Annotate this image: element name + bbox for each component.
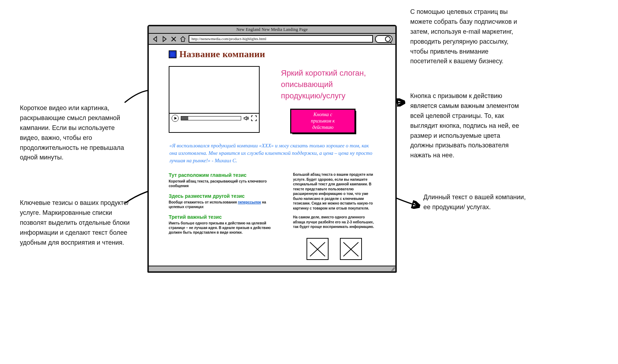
longtext-column: Большой абзац текста о вашем продукте ил…: [293, 172, 375, 260]
slogan: Яркий короткий слоган, описывающий проду…: [281, 67, 370, 102]
thesis-1-body: Короткий абзац текста, раскрывающий суть…: [169, 179, 272, 188]
hyperlinks-link[interactable]: гиперссылок: [238, 200, 261, 204]
company-header: Название компании: [169, 49, 375, 60]
video-progress[interactable]: [181, 116, 241, 120]
long-paragraph-2: На самом деле, вместо одного длинного аб…: [293, 215, 375, 229]
search-icon: [385, 36, 391, 42]
thesis-2-title: Здесь разместим другой тезис: [169, 193, 272, 199]
image-placeholder-icon: [307, 238, 329, 260]
video-player[interactable]: [169, 66, 260, 133]
browser-wireframe: New England New Media Landing Page http:…: [148, 25, 396, 272]
browser-statusbar: ⫽: [149, 266, 395, 271]
image-placeholder-icon: [340, 238, 362, 260]
annotation-theses: Ключевые тезисы о ваших продукте/услуге.…: [20, 198, 130, 248]
back-icon[interactable]: [152, 36, 159, 43]
thesis-1: Тут расположим главный тезис Короткий аб…: [169, 172, 272, 188]
browser-toolbar: http://nenewmedia.com/product-highlights…: [149, 34, 395, 45]
landing-page: Название компании Яркий короткий слоган,…: [149, 45, 395, 266]
annotation-cta: Кнопка с призывом к действию является са…: [410, 91, 520, 161]
browser-title: New England New Media Landing Page: [149, 26, 395, 34]
annotation-longtext: Длинный текст о вашей компании, ее проду…: [423, 192, 533, 212]
thesis-3-title: Третий важный тезис: [169, 214, 272, 220]
play-icon[interactable]: [172, 115, 179, 122]
thesis-2-body: Вообще откажитесь от использования гипер…: [169, 200, 272, 209]
volume-icon[interactable]: [243, 115, 249, 121]
stop-icon[interactable]: [170, 36, 177, 43]
annotation-subscribe: С помощью целевых страниц вы можете собр…: [410, 7, 520, 66]
thesis-3-body: Иметь больше одного призыва к действию н…: [169, 221, 272, 235]
cta-line2: призывом к действию: [311, 118, 335, 130]
thesis-1-title: Тут расположим главный тезис: [169, 172, 272, 178]
cta-button[interactable]: Кнопка с призывом к действию: [291, 109, 355, 133]
thesis-3: Третий важный тезис Иметь больше одного …: [169, 214, 272, 235]
search-pill[interactable]: [375, 35, 392, 43]
video-canvas: [169, 67, 259, 114]
resize-grip-icon[interactable]: ⫽: [390, 267, 395, 272]
cta-line1: Кнопка с: [313, 112, 332, 117]
thesis-2: Здесь разместим другой тезис Вообще отка…: [169, 193, 272, 209]
forward-icon[interactable]: [161, 36, 168, 43]
url-bar[interactable]: http://nenewmedia.com/product-highlights…: [189, 35, 373, 43]
home-icon[interactable]: [179, 36, 186, 43]
fullscreen-icon[interactable]: [251, 115, 257, 121]
diagram-canvas: С помощью целевых страниц вы можете собр…: [0, 0, 618, 364]
video-controls: [169, 114, 259, 123]
logo-icon: [169, 50, 177, 58]
annotation-video: Короткое видео или картинка, раскрывающи…: [20, 103, 130, 163]
testimonial-quote: «Я воспользовался продукцией компании «X…: [169, 142, 375, 164]
long-paragraph-1: Большой абзац текста о вашем продукте ил…: [293, 172, 375, 211]
company-name: Название компании: [179, 49, 265, 60]
theses-column: Тут расположим главный тезис Короткий аб…: [169, 172, 272, 260]
